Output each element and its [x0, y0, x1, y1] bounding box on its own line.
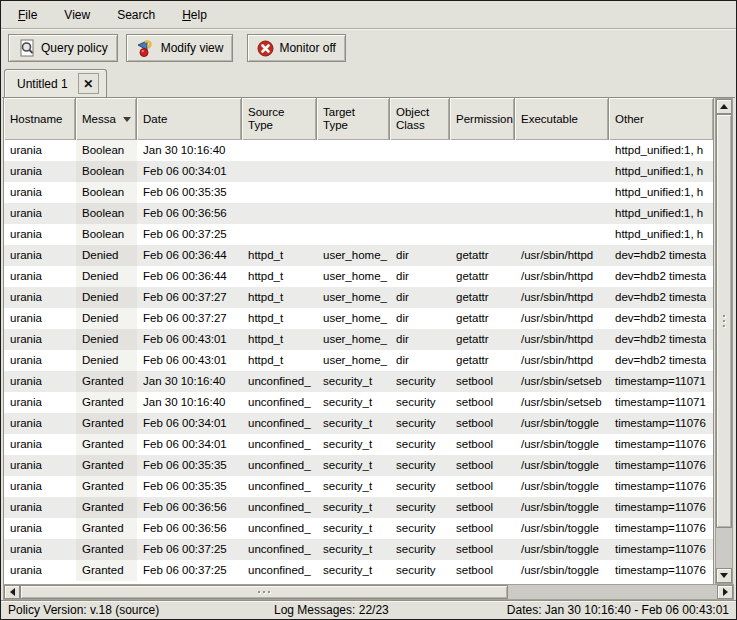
cell-hostname: urania	[4, 434, 76, 455]
tab-untitled-1[interactable]: Untitled 1 ✕	[4, 69, 107, 97]
cell-other: httpd_unified:1, h	[609, 182, 713, 203]
cell-hostname: urania	[4, 455, 76, 476]
column-header-message[interactable]: Messa	[76, 98, 137, 140]
cell-message: Denied	[76, 287, 137, 308]
column-header-hostname[interactable]: Hostname	[4, 98, 76, 140]
menu-file[interactable]: File	[13, 6, 42, 24]
table-row[interactable]: uraniaBooleanFeb 06 00:35:35httpd_unifie…	[4, 182, 713, 203]
query-policy-button[interactable]: Query policy	[8, 34, 118, 62]
cell-date: Feb 06 00:35:35	[137, 476, 242, 497]
cell-object_class: security	[390, 497, 450, 518]
table-row[interactable]: uraniaDeniedFeb 06 00:43:01httpd_tuser_h…	[4, 350, 713, 371]
cell-executable: /usr/sbin/toggle	[515, 518, 609, 539]
vertical-scrollbar[interactable]	[715, 98, 733, 584]
vertical-scroll-thumb[interactable]	[716, 114, 732, 528]
cell-hostname: urania	[4, 266, 76, 287]
table-row[interactable]: uraniaGrantedFeb 06 00:35:35unconfined_s…	[4, 476, 713, 497]
tab-close-button[interactable]: ✕	[78, 73, 99, 94]
horizontal-scrollbar[interactable]	[3, 584, 734, 600]
cell-message: Granted	[76, 392, 137, 413]
cell-target_type: security_t	[317, 476, 390, 497]
scroll-right-button[interactable]	[717, 585, 733, 599]
log-view: HostnameMessaDateSourceTypeTargetTypeObj…	[2, 97, 735, 600]
table-row[interactable]: uraniaGrantedFeb 06 00:37:25unconfined_s…	[4, 539, 713, 560]
cell-hostname: urania	[4, 140, 76, 161]
cell-message: Denied	[76, 266, 137, 287]
column-header-source_type[interactable]: SourceType	[242, 98, 317, 140]
cell-other: timestamp=11076	[609, 476, 713, 497]
cell-executable: /usr/sbin/toggle	[515, 539, 609, 560]
menu-help[interactable]: Help	[177, 6, 212, 24]
monitor-off-label: Monitor off	[279, 41, 335, 55]
cell-object_class: security	[390, 539, 450, 560]
cell-permission	[450, 224, 515, 245]
table-row[interactable]: uraniaGrantedJan 30 10:16:40unconfined_s…	[4, 371, 713, 392]
cell-source_type: httpd_t	[242, 350, 317, 371]
table-row[interactable]: uraniaGrantedFeb 06 00:34:01unconfined_s…	[4, 434, 713, 455]
cell-hostname: urania	[4, 245, 76, 266]
table-row[interactable]: uraniaDeniedFeb 06 00:36:44httpd_tuser_h…	[4, 245, 713, 266]
cell-hostname: urania	[4, 329, 76, 350]
cell-hostname: urania	[4, 476, 76, 497]
table-row[interactable]: uraniaBooleanFeb 06 00:34:01httpd_unifie…	[4, 161, 713, 182]
table-row[interactable]: uraniaDeniedFeb 06 00:37:27httpd_tuser_h…	[4, 287, 713, 308]
cell-other: timestamp=11076	[609, 560, 713, 581]
table-row[interactable]: uraniaGrantedJan 30 10:16:40unconfined_s…	[4, 392, 713, 413]
cell-permission: getattr	[450, 308, 515, 329]
table-row[interactable]: uraniaGrantedFeb 06 00:37:25unconfined_s…	[4, 560, 713, 581]
table-row[interactable]: uraniaDeniedFeb 06 00:43:01httpd_tuser_h…	[4, 329, 713, 350]
cell-source_type: httpd_t	[242, 287, 317, 308]
menu-search[interactable]: Search	[112, 6, 160, 24]
cell-object_class: dir	[390, 287, 450, 308]
cell-source_type: unconfined_	[242, 539, 317, 560]
arrow-left-icon	[10, 588, 15, 596]
table-row[interactable]: uraniaBooleanJan 30 10:16:40httpd_unifie…	[4, 140, 713, 161]
cell-hostname: urania	[4, 182, 76, 203]
scroll-up-button[interactable]	[716, 99, 732, 114]
cell-hostname: urania	[4, 497, 76, 518]
table-row[interactable]: uraniaBooleanFeb 06 00:36:56httpd_unifie…	[4, 203, 713, 224]
cell-executable: /usr/sbin/httpd	[515, 245, 609, 266]
policy-version-status: Policy Version: v.18 (source)	[8, 603, 159, 617]
cell-hostname: urania	[4, 560, 76, 581]
cell-executable: /usr/sbin/toggle	[515, 413, 609, 434]
sort-descending-icon	[123, 117, 131, 122]
cell-target_type: security_t	[317, 392, 390, 413]
cell-date: Feb 06 00:43:01	[137, 329, 242, 350]
cell-permission	[450, 203, 515, 224]
modify-view-button[interactable]: Modify view	[126, 34, 234, 62]
table-row[interactable]: uraniaDeniedFeb 06 00:36:44httpd_tuser_h…	[4, 266, 713, 287]
cell-executable: /usr/sbin/toggle	[515, 434, 609, 455]
table-row[interactable]: uraniaGrantedFeb 06 00:35:35unconfined_s…	[4, 455, 713, 476]
cell-permission: setbool	[450, 518, 515, 539]
monitor-off-button[interactable]: Monitor off	[247, 34, 345, 62]
scroll-down-button[interactable]	[716, 568, 732, 583]
table-row[interactable]: uraniaDeniedFeb 06 00:37:27httpd_tuser_h…	[4, 308, 713, 329]
column-header-date[interactable]: Date	[137, 98, 242, 140]
cell-executable	[515, 161, 609, 182]
table-row[interactable]: uraniaGrantedFeb 06 00:36:56unconfined_s…	[4, 497, 713, 518]
vertical-scroll-trough[interactable]	[716, 528, 732, 568]
table-row[interactable]: uraniaGrantedFeb 06 00:34:01unconfined_s…	[4, 413, 713, 434]
table-row[interactable]: uraniaGrantedFeb 06 00:36:56unconfined_s…	[4, 518, 713, 539]
table-row[interactable]: uraniaBooleanFeb 06 00:37:25httpd_unifie…	[4, 224, 713, 245]
cell-other: timestamp=11076	[609, 518, 713, 539]
cell-object_class: security	[390, 371, 450, 392]
cell-permission: getattr	[450, 245, 515, 266]
cell-object_class	[390, 224, 450, 245]
scroll-left-button[interactable]	[4, 585, 20, 599]
column-header-object_class[interactable]: ObjectClass	[390, 98, 450, 140]
menu-view[interactable]: View	[59, 6, 95, 24]
column-header-other[interactable]: Other	[609, 98, 713, 140]
cell-executable	[515, 182, 609, 203]
cell-date: Feb 06 00:36:44	[137, 266, 242, 287]
cell-executable	[515, 203, 609, 224]
horizontal-scroll-thumb[interactable]	[20, 585, 508, 599]
cell-date: Feb 06 00:34:01	[137, 434, 242, 455]
cell-source_type: unconfined_	[242, 371, 317, 392]
horizontal-scroll-trough[interactable]	[508, 585, 717, 599]
column-header-executable[interactable]: Executable	[515, 98, 609, 140]
modify-view-label: Modify view	[161, 41, 224, 55]
column-header-permission[interactable]: Permission	[450, 98, 515, 140]
column-header-target_type[interactable]: TargetType	[317, 98, 390, 140]
